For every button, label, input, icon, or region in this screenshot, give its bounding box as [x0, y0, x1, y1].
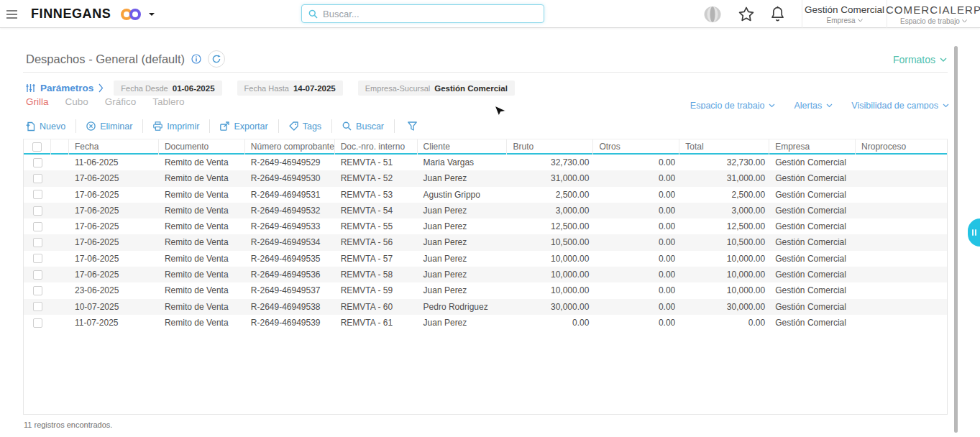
row-checkbox[interactable]: [33, 254, 42, 263]
column-header-documento[interactable]: Documento: [159, 139, 245, 155]
cell-cliente: Juan Perez: [418, 218, 508, 234]
table-header: FechaDocumentoNúmero comprobanteDoc.-nro…: [24, 139, 947, 155]
param-label: Fecha Hasta: [244, 84, 289, 93]
table-row[interactable]: 17-06-2025Remito de VentaR-2649-46949536…: [24, 267, 947, 282]
cell-cliente: Juan Perez: [418, 170, 508, 186]
select-all-checkbox[interactable]: [32, 142, 42, 152]
cell-documento: Remito de Venta: [159, 234, 245, 250]
row-checkbox[interactable]: [33, 238, 42, 247]
search-input[interactable]: [323, 9, 537, 19]
table-row[interactable]: 10-07-2025Remito de VentaR-2649-46949538…: [24, 299, 947, 315]
cell-total: 0.00: [679, 315, 769, 331]
row-checkbox[interactable]: [33, 174, 42, 183]
info-icon[interactable]: [191, 54, 201, 64]
cell-empresa: Gestión Comercial: [769, 282, 856, 298]
row-checkbox[interactable]: [33, 286, 42, 295]
param-value: 14-07-2025: [293, 84, 336, 93]
cell-total: 10,000.00: [679, 282, 769, 298]
row-checkbox[interactable]: [33, 270, 42, 280]
hamburger-menu-icon[interactable]: [6, 10, 17, 19]
link-espacio-de-trabajo[interactable]: Espacio de trabajo: [690, 100, 776, 109]
filter-funnel-icon[interactable]: [408, 121, 417, 131]
table-row[interactable]: 17-06-2025Remito de VentaR-2649-46949532…: [24, 203, 947, 218]
column-header-fecha[interactable]: Fecha: [69, 139, 159, 155]
cell-numero-comprobante: R-2649-46949534: [245, 234, 335, 250]
company-selector[interactable]: Gestión Comercial Empresa: [802, 0, 887, 28]
cell-total: 10,000.00: [679, 251, 769, 267]
parameters-toggle[interactable]: Parámetros: [26, 83, 104, 93]
table-row[interactable]: 17-06-2025Remito de VentaR-2649-46949535…: [24, 251, 947, 267]
exportar-button[interactable]: Exportar: [210, 121, 278, 132]
cell-otros: 0.00: [593, 315, 679, 331]
row-checkbox[interactable]: [33, 222, 42, 231]
chevron-down-icon: [962, 19, 967, 23]
cell-nroproceso: [856, 315, 947, 331]
row-checkbox[interactable]: [33, 158, 42, 167]
cell-empresa: Gestión Comercial: [769, 315, 856, 331]
column-header-cliente[interactable]: Cliente: [418, 139, 508, 155]
tags-button[interactable]: Tags: [279, 121, 331, 132]
row-checkbox[interactable]: [33, 302, 42, 311]
brand-caret-down-icon[interactable]: [149, 13, 155, 19]
row-checkbox[interactable]: [33, 318, 42, 328]
buscar-button[interactable]: Buscar: [332, 121, 394, 132]
link-label: Espacio de trabajo: [690, 100, 765, 109]
cell-fecha: 11-06-2025: [69, 155, 159, 170]
header-checkbox-cell: [24, 139, 51, 155]
button-label: Exportar: [234, 121, 267, 132]
table-row[interactable]: 11-07-2025Remito de VentaR-2649-46949539…: [24, 315, 947, 331]
link-visibilidad-de-campos[interactable]: Visibilidad de campos: [851, 100, 949, 109]
formats-dropdown[interactable]: Formatos: [893, 54, 947, 65]
link-alertas[interactable]: Alertas: [794, 100, 833, 109]
global-search[interactable]: [301, 4, 544, 23]
globe-icon[interactable]: [703, 5, 722, 24]
tab-grilla[interactable]: Grilla: [26, 96, 49, 107]
side-panel-handle[interactable]: [968, 218, 980, 247]
cell-documento: Remito de Venta: [159, 203, 245, 218]
column-header-otros[interactable]: Otros: [593, 139, 679, 155]
nuevo-button[interactable]: Nuevo: [26, 121, 75, 132]
link-label: Alertas: [794, 100, 822, 109]
delete-icon: [86, 121, 96, 131]
cell-total: 3,000.00: [679, 203, 769, 218]
brand-logo[interactable]: FINNEGANS: [31, 6, 111, 22]
table-row[interactable]: 17-06-2025Remito de VentaR-2649-46949534…: [24, 234, 947, 250]
record-count-status: 11 registros encontrados.: [24, 420, 112, 429]
column-header-nroproceso[interactable]: Nroproceso: [856, 139, 947, 155]
row-checkbox-cell: [24, 218, 51, 234]
param-fecha-desde[interactable]: Fecha Desde 01-06-2025: [114, 80, 221, 96]
column-header-total[interactable]: Total: [679, 139, 769, 155]
table-row[interactable]: 11-06-2025Remito de VentaR-2649-46949529…: [24, 155, 947, 170]
table-row[interactable]: 17-06-2025Remito de VentaR-2649-46949530…: [24, 170, 947, 186]
refresh-button[interactable]: [208, 50, 225, 68]
eliminar-button[interactable]: Eliminar: [76, 121, 142, 132]
vertical-scrollbar[interactable]: [954, 46, 958, 433]
column-header-numero-comprobante[interactable]: Número comprobante: [245, 139, 335, 155]
table-row[interactable]: 17-06-2025Remito de VentaR-2649-46949531…: [24, 187, 947, 203]
column-header-empresa[interactable]: Empresa: [769, 139, 856, 155]
table-row[interactable]: 23-06-2025Remito de VentaR-2649-46949537…: [24, 282, 947, 298]
bell-notifications-icon[interactable]: [771, 6, 784, 22]
param-empresa-sucursal[interactable]: Empresa-Sucursal Gestión Comercial: [358, 80, 515, 96]
column-header-bruto[interactable]: Bruto: [507, 139, 593, 155]
row-checkbox[interactable]: [33, 190, 42, 199]
row-checkbox[interactable]: [33, 206, 42, 216]
page-title: Despachos - General (default): [26, 52, 185, 66]
chevron-down-icon: [940, 58, 947, 62]
tab-cubo[interactable]: Cubo: [65, 96, 88, 107]
row-actions-cell: [51, 234, 69, 250]
cell-numero-comprobante: R-2649-46949530: [245, 170, 335, 186]
tab-tablero[interactable]: Tablero: [152, 96, 184, 107]
tab-grafico[interactable]: Gráfico: [105, 96, 137, 107]
chevron-right-icon: [99, 83, 104, 93]
row-actions-cell: [51, 187, 69, 203]
table-row[interactable]: 17-06-2025Remito de VentaR-2649-46949533…: [24, 218, 947, 234]
cell-doc-nro-interno: REMVTA - 58: [335, 267, 418, 282]
row-actions-cell: [51, 267, 69, 282]
star-favorites-icon[interactable]: [738, 6, 754, 22]
column-header-doc-nro-interno[interactable]: Doc.-nro. interno: [335, 139, 418, 155]
imprimir-button[interactable]: Imprimir: [143, 121, 209, 132]
cell-doc-nro-interno: REMVTA - 53: [335, 187, 418, 203]
param-fecha-hasta[interactable]: Fecha Hasta 14-07-2025: [237, 80, 343, 96]
workspace-selector[interactable]: COMERCIALERP Espacio de trabajo: [887, 0, 980, 28]
